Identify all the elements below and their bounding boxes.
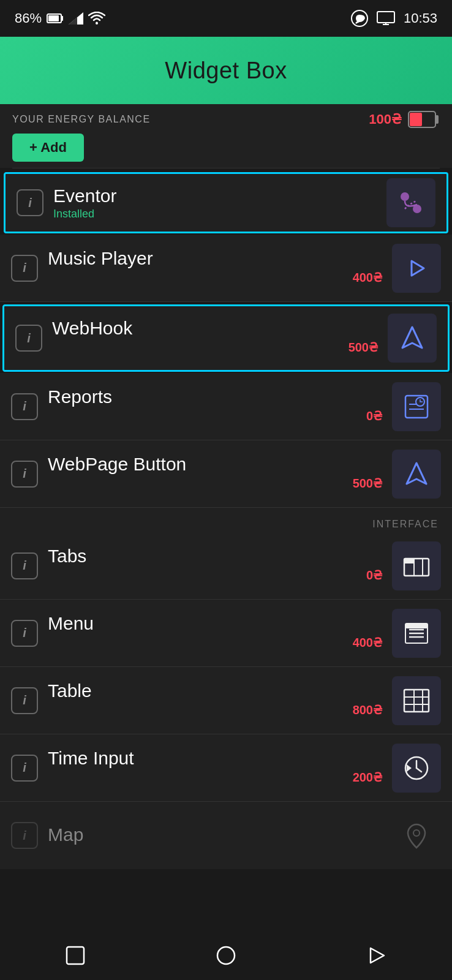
signal-icon <box>69 12 83 24</box>
webpage-button-cost: 500₴ <box>353 476 382 491</box>
table-info-button[interactable]: i <box>11 687 38 714</box>
eventor-icon <box>395 187 427 219</box>
menu-icon <box>401 617 432 649</box>
music-player-name: Music Player <box>48 248 382 269</box>
list-item[interactable]: i Reports 0₴ <box>0 373 452 440</box>
bottom-navigation <box>0 931 452 980</box>
map-name: Map <box>48 824 382 845</box>
energy-value: 100₴ <box>369 111 402 127</box>
music-player-info-button[interactable]: i <box>11 255 38 282</box>
svg-rect-1 <box>48 15 59 21</box>
menu-cost: 400₴ <box>353 635 382 650</box>
whatsapp-icon <box>351 10 368 27</box>
svg-marker-37 <box>407 764 412 772</box>
tabs-info-button[interactable]: i <box>11 552 38 579</box>
svg-point-38 <box>413 830 420 836</box>
webhook-icon <box>396 322 428 354</box>
status-bar: 86% 10:53 <box>0 0 452 37</box>
menu-icon-box <box>392 609 441 658</box>
webhook-name: WebHook <box>52 318 378 339</box>
app-title: Widget Box <box>165 58 287 84</box>
reports-icon-box <box>392 382 441 431</box>
list-item[interactable]: i Table 800₴ <box>0 667 452 734</box>
svg-line-36 <box>416 768 421 772</box>
list-item[interactable]: i WebHook 500₴ <box>2 304 450 372</box>
svg-rect-2 <box>61 16 63 21</box>
status-right: 10:53 <box>351 10 437 27</box>
triangle-icon <box>366 944 388 967</box>
tabs-icon <box>401 550 432 582</box>
list-item[interactable]: i Menu 400₴ <box>0 600 452 667</box>
list-item[interactable]: i WebPage Button 500₴ <box>0 440 452 508</box>
interface-section-label: INTERFACE <box>0 508 452 532</box>
square-icon <box>64 944 86 967</box>
svg-point-40 <box>217 947 235 964</box>
list-item[interactable]: i Tabs 0₴ <box>0 532 452 600</box>
menu-name: Menu <box>48 613 382 634</box>
svg-marker-15 <box>412 261 424 276</box>
music-player-cost: 400₴ <box>353 270 382 285</box>
svg-rect-21 <box>404 559 414 564</box>
svg-rect-29 <box>404 690 429 712</box>
circle-icon <box>215 944 237 967</box>
energy-battery-icon <box>408 110 440 129</box>
battery-percent: 86% <box>15 10 42 26</box>
energy-balance-row: YOUR ENERGY BALANCE 100₴ <box>0 104 452 131</box>
list-item[interactable]: i Eventor Installed <box>4 172 448 233</box>
status-time: 10:53 <box>404 10 437 26</box>
map-icon <box>401 820 432 851</box>
table-icon-box <box>392 676 441 725</box>
svg-rect-11 <box>410 113 422 126</box>
webpage-button-icon <box>401 458 432 490</box>
svg-marker-41 <box>371 948 384 963</box>
music-player-icon-box <box>392 244 441 293</box>
webpage-button-info-button[interactable]: i <box>11 461 38 488</box>
webhook-cost: 500₴ <box>348 340 378 355</box>
list-item[interactable]: i Music Player 400₴ <box>0 235 452 302</box>
svg-rect-39 <box>67 947 84 964</box>
nav-back-button[interactable] <box>57 937 94 974</box>
tabs-cost: 0₴ <box>366 568 382 582</box>
svg-rect-12 <box>435 115 439 124</box>
webhook-icon-box <box>388 314 437 363</box>
reports-name: Reports <box>48 386 382 407</box>
time-input-icon-box <box>392 744 441 793</box>
reports-cost: 0₴ <box>366 409 382 423</box>
app-header: Widget Box <box>0 37 452 104</box>
table-cost: 800₴ <box>353 703 382 717</box>
map-icon-box <box>392 811 441 860</box>
svg-rect-7 <box>377 12 394 23</box>
svg-rect-28 <box>405 624 428 628</box>
status-left: 86% <box>15 10 105 26</box>
table-name: Table <box>48 680 382 701</box>
reports-info-button[interactable]: i <box>11 393 38 420</box>
eventor-name: Eventor <box>53 186 377 206</box>
add-button-row[interactable]: + Add <box>0 131 452 168</box>
menu-info-button[interactable]: i <box>11 620 38 647</box>
play-icon <box>404 256 429 281</box>
webpage-button-icon-box <box>392 450 441 499</box>
webpage-button-name: WebPage Button <box>48 454 382 475</box>
time-input-info-button[interactable]: i <box>11 755 38 782</box>
nav-recents-button[interactable] <box>358 937 395 974</box>
nav-home-button[interactable] <box>208 937 244 974</box>
eventor-info-button[interactable]: i <box>17 189 43 216</box>
svg-point-13 <box>401 192 409 201</box>
monitor-icon <box>377 11 395 26</box>
svg-point-5 <box>96 22 98 24</box>
tabs-name: Tabs <box>48 546 382 567</box>
time-input-name: Time Input <box>48 748 382 769</box>
list-item[interactable]: i Map <box>0 802 452 869</box>
webhook-info-button[interactable]: i <box>15 325 42 352</box>
add-button[interactable]: + Add <box>12 134 84 162</box>
time-input-cost: 200₴ <box>353 770 382 785</box>
tabs-icon-box <box>392 541 441 590</box>
list-item[interactable]: i Time Input 200₴ <box>0 734 452 802</box>
reports-icon <box>401 391 432 423</box>
map-info-button[interactable]: i <box>11 822 38 849</box>
energy-label: YOUR ENERGY BALANCE <box>12 114 151 125</box>
wifi-icon <box>88 12 105 25</box>
eventor-installed: Installed <box>53 208 377 221</box>
svg-marker-4 <box>69 17 77 24</box>
time-input-icon <box>401 752 432 784</box>
